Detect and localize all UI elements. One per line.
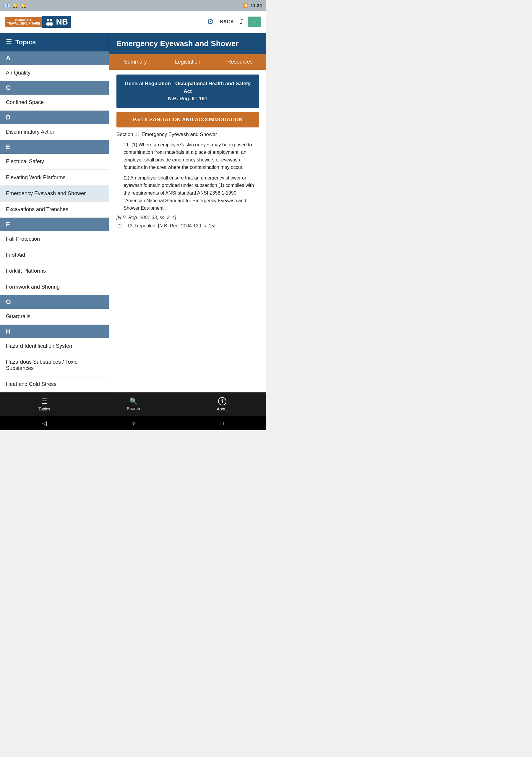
sidebar-letter-e: E xyxy=(0,140,109,154)
sidebar-item-hazard-identification[interactable]: Hazard Identification System xyxy=(0,338,109,354)
sys-recent-button[interactable]: □ xyxy=(213,417,230,429)
bottom-nav-about[interactable]: ℹ About xyxy=(211,395,234,414)
sidebar-item-formwork-shoring[interactable]: Formwork and Shoring xyxy=(0,279,109,295)
sidebar-title: Topics xyxy=(15,39,36,46)
bottom-nav-search[interactable]: Search xyxy=(121,395,146,413)
tab-summary[interactable]: Summary xyxy=(109,54,162,70)
sidebar-item-heat-cold-stress[interactable]: Heat and Cold Stress xyxy=(0,377,109,392)
tab-resources[interactable]: Resources xyxy=(214,54,266,70)
sidebar-item-fall-protection[interactable]: Fall Protection xyxy=(0,231,109,247)
tab-bar: Summary Legislation Resources xyxy=(109,54,266,70)
content-body: General Regulation - Occupational Health… xyxy=(109,70,266,392)
status-bar: 📧 🔔 🔔 📶 11:22 xyxy=(0,0,266,11)
sidebar-letter-g: G xyxy=(0,295,109,309)
sys-back-button[interactable]: ◁ xyxy=(35,417,54,429)
sidebar-letter-a: A xyxy=(0,51,109,65)
sidebar-item-excavations-trenches[interactable]: Excavations and Trenches xyxy=(0,202,109,218)
sidebar-item-confined-space[interactable]: Confined Space xyxy=(0,95,109,110)
hamburger-icon xyxy=(6,39,12,46)
sidebar-item-forklift-platforms[interactable]: Forklift Platforms xyxy=(0,263,109,279)
sidebar-item-emergency-eyewash[interactable]: Emergency Eyewash and Shower xyxy=(0,186,109,202)
svg-point-3 xyxy=(49,22,53,26)
bottom-nav-search-label: Search xyxy=(127,406,140,411)
sidebar-item-guardrails[interactable]: Guardrails xyxy=(0,309,109,325)
system-nav: ◁ ○ □ xyxy=(0,416,266,430)
app-bar-actions: BACK 🛒 xyxy=(204,15,261,29)
status-icons: 📧 🔔 🔔 xyxy=(4,3,27,8)
logo-worksafe: WORKSAFE TRAVAIL SÉCURITAIRE xyxy=(5,17,42,27)
logo-area: WORKSAFE TRAVAIL SÉCURITAIRE NB xyxy=(5,16,71,28)
regulation-header: General Regulation - Occupational Health… xyxy=(116,75,259,108)
people-icon xyxy=(45,17,54,26)
sidebar-header: Topics xyxy=(0,33,109,51)
share-icon xyxy=(240,18,243,26)
sidebar-item-hazardous-substances[interactable]: Hazardous Substances / Toxic Substances xyxy=(0,354,109,377)
signal-icon: 📶 xyxy=(243,3,248,8)
app-bar: WORKSAFE TRAVAIL SÉCURITAIRE NB BACK 🛒 xyxy=(0,11,266,33)
cart-button[interactable]: 🛒 xyxy=(248,16,261,27)
sidebar-letter-f: F xyxy=(0,218,109,231)
gear-icon xyxy=(207,17,214,26)
sidebar-item-air-quality[interactable]: Air Quality xyxy=(0,65,109,81)
cart-icon: 🛒 xyxy=(251,18,258,25)
sidebar-letter-d: D xyxy=(0,110,109,124)
bottom-nav: Topics Search ℹ About xyxy=(0,392,266,416)
part-header: Part II SANITATION AND ACCOMMODATION xyxy=(116,112,259,128)
notification-icon-3: 🔔 xyxy=(21,3,27,8)
sidebar-item-discriminatory-action[interactable]: Discriminatory Action xyxy=(0,124,109,140)
gear-button[interactable] xyxy=(204,15,216,29)
back-button[interactable]: BACK xyxy=(219,17,235,27)
sidebar-item-elevating-work-platforms[interactable]: Elevating Work Platforms xyxy=(0,170,109,186)
content-area: Emergency Eyewash and Shower Summary Leg… xyxy=(109,33,266,392)
svg-point-0 xyxy=(47,19,49,21)
content-title: Emergency Eyewash and Shower xyxy=(109,33,266,54)
section-reference-1: [N.B. Reg. 2001-33, ss. 3, 4] xyxy=(116,215,259,220)
sidebar-letter-h: H xyxy=(0,325,109,338)
tab-legislation[interactable]: Legislation xyxy=(162,54,214,70)
section-reference-2: 12. - 13. Repealed. [N.B. Reg. 2004-130,… xyxy=(116,223,259,228)
status-right: 📶 11:22 xyxy=(243,3,262,8)
section-title: Section 11 Emergency Eyewash and Shower xyxy=(116,132,259,137)
info-icon: ℹ xyxy=(218,397,226,406)
main-layout: Topics A Air Quality C Confined Space D … xyxy=(0,33,266,392)
notification-icon-1: 📧 xyxy=(4,3,10,8)
bottom-nav-topics-label: Topics xyxy=(39,407,50,411)
sidebar-letter-c: C xyxy=(0,81,109,95)
sidebar: Topics A Air Quality C Confined Space D … xyxy=(0,33,109,392)
search-icon xyxy=(130,397,137,405)
topics-icon xyxy=(41,397,47,406)
logo-nb: NB xyxy=(42,16,71,28)
share-button[interactable] xyxy=(238,16,246,28)
sys-home-button[interactable]: ○ xyxy=(124,417,142,429)
sidebar-item-first-aid[interactable]: First Aid xyxy=(0,247,109,263)
notification-icon-2: 🔔 xyxy=(13,3,18,8)
bottom-nav-about-label: About xyxy=(217,407,228,411)
bottom-nav-topics[interactable]: Topics xyxy=(33,395,56,414)
svg-point-1 xyxy=(50,19,52,21)
sidebar-item-electrical-safety[interactable]: Electrical Safety xyxy=(0,154,109,170)
time-display: 11:22 xyxy=(251,3,262,8)
section-paragraph-2: (2) An employer shall ensure that an eme… xyxy=(124,174,259,212)
section-paragraph-1: 11. (1) Where an employee's skin or eyes… xyxy=(124,141,259,171)
